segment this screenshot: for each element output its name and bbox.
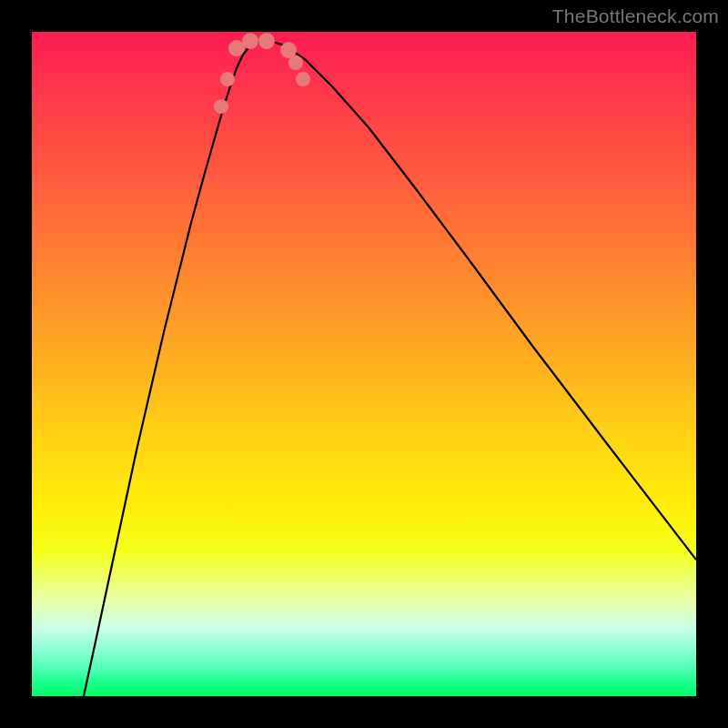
data-marker xyxy=(288,56,303,70)
data-marker xyxy=(258,33,275,49)
watermark-text: TheBottleneck.com xyxy=(552,5,719,27)
data-marker xyxy=(214,99,228,114)
data-marker xyxy=(220,72,235,86)
data-marker xyxy=(242,33,258,49)
chart-frame: TheBottleneck.com xyxy=(0,0,728,728)
marker-layer xyxy=(214,33,310,114)
curve-layer xyxy=(32,32,696,696)
plot-area xyxy=(32,32,696,696)
data-marker xyxy=(296,72,310,86)
bottleneck-curve xyxy=(84,41,696,696)
